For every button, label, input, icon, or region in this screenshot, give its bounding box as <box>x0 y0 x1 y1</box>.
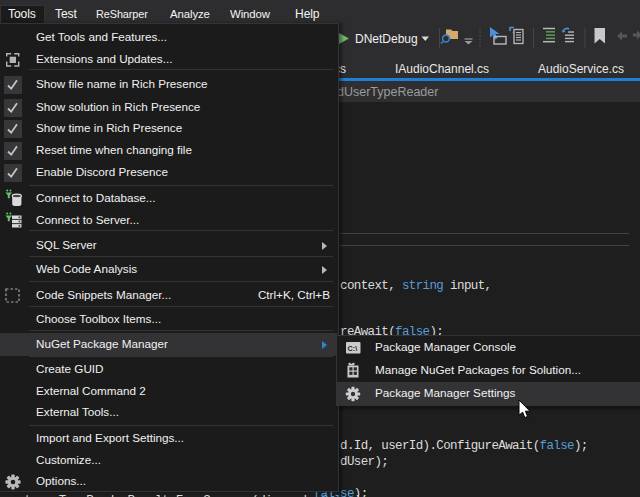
svg-text:DNetDebug: DNetDebug <box>355 32 418 46</box>
svg-text:C:\: C:\ <box>348 343 358 352</box>
